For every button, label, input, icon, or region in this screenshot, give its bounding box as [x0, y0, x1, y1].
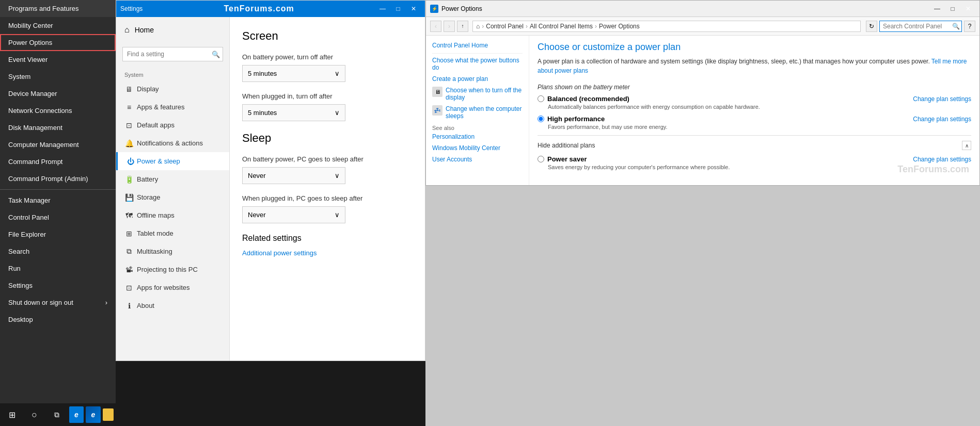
sidebar-item-file-explorer[interactable]: File Explorer [0, 226, 116, 243]
change-sleep-link[interactable]: Change when the computer sleeps [446, 105, 523, 120]
start-button[interactable]: ⊞ [2, 403, 22, 426]
sleep-plugged-dropdown[interactable]: Never ∨ [242, 206, 345, 223]
nav-item-apps-features[interactable]: ≡ Apps & features [116, 98, 229, 116]
balanced-plan-item: Balanced (recommended) Change plan setti… [538, 95, 971, 110]
display-icon: 🖥 [124, 85, 134, 93]
back-button[interactable]: ‹ [430, 21, 441, 32]
sidebar-item-settings[interactable]: Settings [0, 277, 116, 294]
system-section-label: System [116, 65, 229, 80]
control-panel-home-link[interactable]: Control Panel Home [432, 42, 523, 49]
sidebar-item-desktop[interactable]: Desktop [0, 311, 116, 328]
sidebar-item-search[interactable]: Search [0, 243, 116, 260]
sidebar-item-programs-features[interactable]: Programs and Features [0, 0, 116, 17]
nav-item-power-sleep[interactable]: ⏻ Power & sleep [116, 152, 229, 170]
sidebar-item-computer-management[interactable]: Computer Management [0, 136, 116, 153]
hide-plans-button[interactable]: ∧ [962, 141, 971, 150]
power-saver-radio-label[interactable]: Power saver [538, 155, 587, 163]
sleep-title: Sleep [242, 132, 413, 145]
nav-item-display[interactable]: 🖥 Display [116, 80, 229, 98]
balanced-change-link[interactable]: Change plan settings [913, 95, 971, 103]
chevron-right-icon: › [105, 299, 107, 306]
power-main: Choose or customize a power plan A power… [529, 36, 979, 185]
power-sidebar: Control Panel Home Choose what the power… [426, 36, 529, 185]
ie2-button[interactable]: e [86, 406, 101, 423]
sidebar-item-command-prompt[interactable]: Command Prompt [0, 153, 116, 170]
sidebar-item-shut-down[interactable]: Shut down or sign out › [0, 294, 116, 311]
high-performance-radio-label[interactable]: High performance [538, 115, 605, 123]
sidebar-item-system[interactable]: System [0, 68, 116, 85]
task-view-button[interactable]: ⧉ [46, 403, 67, 426]
sidebar-item-network-connections[interactable]: Network Connections [0, 102, 116, 119]
power-window-controls: — □ ✕ [930, 2, 975, 16]
high-performance-change-link[interactable]: Change plan settings [913, 116, 971, 123]
settings-minimize-button[interactable]: — [375, 2, 390, 16]
power-main-title: Choose or customize a power plan [538, 42, 971, 53]
additional-power-link[interactable]: Additional power settings [242, 249, 413, 257]
nav-item-notifications[interactable]: 🔔 Notifications & actions [116, 134, 229, 152]
settings-close-button[interactable]: ✕ [406, 2, 421, 16]
nav-item-about[interactable]: ℹ About [116, 297, 229, 315]
power-sleep-icon: ⏻ [126, 157, 135, 166]
nav-item-projecting[interactable]: 📽 Projecting to this PC [116, 260, 229, 278]
search-button[interactable]: ○ [24, 403, 44, 426]
sidebar-item-control-panel[interactable]: Control Panel [0, 209, 116, 226]
user-accounts-link[interactable]: User Accounts [432, 156, 523, 163]
nav-item-storage[interactable]: 💾 Storage [116, 188, 229, 206]
breadcrumb-all-items[interactable]: All Control Panel Items [530, 23, 593, 30]
sidebar-item-power-options[interactable]: Power Options [0, 34, 116, 51]
power-maximize-button[interactable]: □ [945, 2, 960, 16]
ie-button[interactable]: e [69, 406, 84, 423]
create-plan-link[interactable]: Create a power plan [432, 75, 523, 83]
sidebar-item-task-manager[interactable]: Task Manager [0, 192, 116, 209]
help-button[interactable]: ? [964, 21, 975, 32]
sidebar-item-mobility-center[interactable]: Mobility Center [0, 17, 116, 34]
high-performance-radio[interactable] [538, 116, 544, 122]
power-saver-radio[interactable] [538, 156, 544, 162]
start-icon: ⊞ [9, 410, 15, 420]
power-minimize-button[interactable]: — [930, 2, 944, 16]
nav-item-apps-websites[interactable]: ⊡ Apps for websites [116, 278, 229, 297]
sidebar-item-command-prompt-admin[interactable]: Command Prompt (Admin) [0, 170, 116, 187]
up-button[interactable]: ↑ [457, 21, 468, 32]
balanced-radio[interactable] [538, 95, 544, 102]
sidebar-item-event-viewer[interactable]: Event Viewer [0, 51, 116, 68]
nav-item-offline-maps[interactable]: 🗺 Offline maps [116, 206, 229, 224]
breadcrumb-control-panel[interactable]: Control Panel [486, 23, 524, 30]
settings-watermark: TenForums.com [143, 4, 375, 13]
folder-button[interactable] [103, 408, 114, 421]
power-close-button[interactable]: ✕ [961, 2, 975, 16]
sidebar-item-device-manager[interactable]: Device Manager [0, 85, 116, 102]
forward-button[interactable]: › [444, 21, 455, 32]
settings-titlebar: Settings TenForums.com — □ ✕ [116, 1, 425, 17]
personalization-link[interactable]: Personalization [432, 133, 523, 140]
nav-item-battery[interactable]: 🔋 Battery [116, 170, 229, 188]
nav-item-default-apps[interactable]: ⊡ Default apps [116, 116, 229, 134]
power-buttons-link[interactable]: Choose what the power buttons do [432, 57, 523, 71]
sleep-battery-dropdown[interactable]: Never ∨ [242, 167, 345, 184]
settings-search-input[interactable] [122, 47, 223, 61]
breadcrumb: ⌂ › Control Panel › All Control Panel It… [476, 23, 640, 30]
power-saver-change-link[interactable]: Change plan settings [913, 156, 971, 163]
plugged-dropdown[interactable]: 5 minutes ∨ [242, 104, 345, 121]
screen-title: Screen [242, 29, 413, 43]
refresh-button[interactable]: ↻ [866, 21, 877, 32]
battery-dropdown[interactable]: 5 minutes ∨ [242, 65, 345, 82]
settings-maximize-button[interactable]: □ [391, 2, 405, 16]
turn-off-display-link[interactable]: Choose when to turn off the display [446, 87, 523, 101]
high-performance-plan-item: High performance Change plan settings Fa… [538, 115, 971, 130]
mobility-center-link[interactable]: Windows Mobility Center [432, 144, 523, 152]
sidebar-item-run[interactable]: Run [0, 260, 116, 277]
hide-plans-row: Hide additional plans ∧ [538, 141, 971, 150]
power-options-window: ⚡ Power Options — □ ✕ ‹ › ↑ ⌂ › Control … [425, 0, 980, 186]
nav-item-tablet-mode[interactable]: ⊞ Tablet mode [116, 224, 229, 242]
settings-home-button[interactable]: ⌂ Home [116, 17, 229, 43]
sidebar-item-disk-management[interactable]: Disk Management [0, 119, 116, 136]
breadcrumb-power-options[interactable]: Power Options [599, 23, 640, 30]
nav-item-multitasking[interactable]: ⧉ Multitasking [116, 242, 229, 260]
apps-icon: ≡ [124, 103, 134, 111]
control-panel-search-input[interactable] [879, 21, 962, 32]
apps-websites-icon: ⊡ [124, 284, 134, 292]
power-saver-desc: Saves energy by reducing your computer's… [548, 164, 971, 170]
power-body: Control Panel Home Choose what the power… [426, 36, 979, 185]
balanced-radio-label[interactable]: Balanced (recommended) [538, 95, 629, 103]
